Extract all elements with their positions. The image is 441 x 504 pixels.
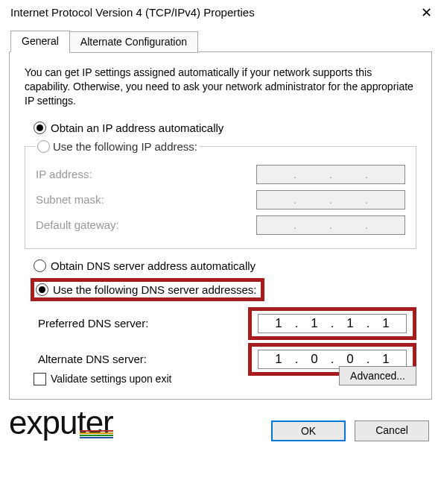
tabstrip: General Alternate Configuration [10, 31, 441, 52]
ok-button[interactable]: OK [271, 420, 346, 441]
preferred-dns-input[interactable]: 1. 1. 1. 1 [258, 314, 407, 333]
tab-panel-general: You can get IP settings assigned automat… [9, 51, 432, 400]
radio-ip-auto[interactable]: Obtain an IP address automatically [34, 122, 416, 134]
validate-settings-label: Validate settings upon exit [51, 373, 171, 385]
radio-icon [34, 259, 46, 272]
radio-icon [34, 122, 46, 134]
alternate-dns-label: Alternate DNS server: [38, 353, 147, 365]
cancel-button[interactable]: Cancel [355, 420, 429, 441]
intro-text: You can get IP settings assigned automat… [25, 66, 416, 108]
radio-dns-manual-label: Use the following DNS server addresses: [53, 283, 256, 296]
window-title: Internet Protocol Version 4 (TCP/IPv4) P… [10, 6, 255, 19]
preferred-dns-label: Preferred DNS server: [38, 317, 148, 330]
radio-ip-manual-label: Use the following IP address: [53, 140, 197, 153]
radio-dns-auto[interactable]: Obtain DNS server address automatically [34, 259, 416, 272]
logo-underlines [80, 430, 113, 438]
validate-settings-check[interactable]: Validate settings upon exit [34, 373, 171, 385]
advanced-button[interactable]: Advanced... [339, 366, 416, 385]
close-icon[interactable]: ✕ [420, 7, 432, 19]
radio-dns-auto-label: Obtain DNS server address automatically [51, 259, 256, 272]
subnet-mask-input: ... [256, 190, 405, 210]
radio-ip-auto-label: Obtain an IP address automatically [51, 122, 223, 134]
radio-icon[interactable] [37, 140, 50, 153]
tab-alternate-configuration[interactable]: Alternate Configuration [69, 31, 198, 53]
highlight-preferred-dns: 1. 1. 1. 1 [248, 307, 416, 340]
default-gateway-input: ... [256, 215, 405, 235]
ip-address-input: ... [256, 165, 405, 184]
highlight-dns-manual: Use the following DNS server addresses: [31, 278, 264, 301]
checkbox-icon [34, 373, 46, 385]
exputer-logo: exputer [9, 404, 113, 441]
default-gateway-label: Default gateway: [36, 218, 119, 231]
tab-general[interactable]: General [10, 31, 70, 52]
radio-icon[interactable] [36, 283, 48, 296]
subnet-mask-label: Subnet mask: [36, 193, 104, 206]
ip-address-label: IP address: [36, 168, 92, 180]
ip-manual-group: Use the following IP address: IP address… [25, 140, 416, 249]
